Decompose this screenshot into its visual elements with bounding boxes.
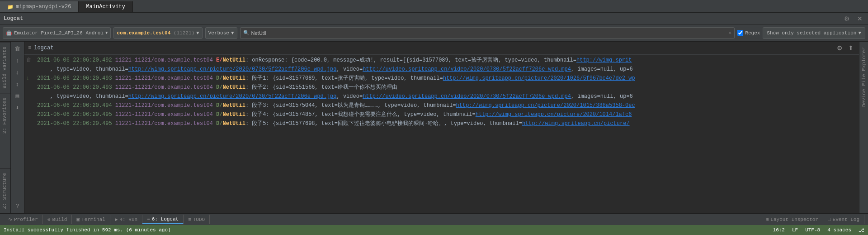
bottom-tab-event-log-label: Event Log [833, 217, 859, 222]
search-icon: 🔍 [243, 30, 250, 36]
todo-icon: ≡ [188, 217, 191, 222]
window-title: Logcat [4, 15, 23, 22]
log-msg: , type=video, thumbnail=http://wimg.spri… [37, 92, 633, 101]
log-content[interactable]: 🗑 2021-06-06 22:06:20.492 11221-11221/co… [24, 55, 859, 213]
settings-button[interactable]: ⚙ [842, 14, 852, 23]
log-tag: NetUtil [222, 101, 245, 110]
log-line: 2021-06-06 22:06:20.495 11221-11221/com.… [24, 119, 859, 128]
log-line: ↓ 2021-06-06 22:06:20.493 11221-11221/co… [24, 74, 859, 83]
log-msg: : 段子2: {sid=31551566, text=给我一个你不想买的理由 [245, 83, 397, 91]
log-level: D/ [216, 101, 222, 110]
log-level: D/ [216, 74, 222, 82]
log-line: 2021-06-06 22:06:20.495 11221-11221/com.… [24, 110, 859, 119]
log-msg: : 段子5: {sid=31577698, text=回顾下过往老婆骑小电驴接我… [245, 120, 630, 128]
tab-mainactivity[interactable]: MainActivity [79, 1, 132, 12]
process-selector[interactable]: com.example.test04 (11221) ▼ [113, 27, 202, 39]
level-chevron-icon: ▼ [231, 30, 234, 36]
clear-icon[interactable]: ✕ [728, 29, 731, 36]
android-icon: 🤖 [6, 30, 12, 36]
scroll-down-button[interactable]: ↓ [12, 67, 23, 78]
status-bar: Install successfully finished in 592 ms.… [0, 225, 868, 235]
log-msg: , type=video, thumbnail=http://wimg.spri… [37, 65, 633, 73]
charset: UTF-8 [805, 227, 820, 233]
log-timestamp: 2021-06-06 22:06:20.493 [37, 83, 115, 91]
log-tag: NetUtil [222, 74, 245, 82]
bottom-tab-event-log[interactable]: □ Event Log [823, 215, 864, 224]
log-tag: NetUtil [222, 120, 245, 128]
tab-mipmap[interactable]: 📁 mipmap-anydpi-v26 [0, 1, 79, 12]
log-level: D/ [216, 83, 222, 91]
status-message: Install successfully finished in 592 ms.… [4, 227, 171, 233]
panel-settings-button[interactable]: ⚙ [835, 43, 844, 53]
search-input[interactable] [251, 30, 727, 36]
export-button[interactable]: ⬇ [12, 102, 23, 113]
search-box: 🔍 ✕ [240, 27, 735, 39]
close-button[interactable]: ✕ [855, 14, 864, 23]
soft-wrap-button[interactable]: ↕ [12, 79, 23, 90]
log-timestamp: 2021-06-06 22:06:20.492 [37, 56, 115, 64]
toolbar: 🤖 Emulator Pixel_2_API_26 Androi ▼ com.e… [0, 24, 868, 42]
level-selector[interactable]: Verbose ▼ [205, 27, 237, 39]
logcat-menu-icon: ≡ [28, 45, 31, 51]
sidebar-item-favorites[interactable]: 2: Favorites [0, 93, 10, 138]
sidebar-item-z-structure[interactable]: Z: Structure [0, 168, 10, 213]
log-timestamp: 2021-06-06 22:06:20.495 [37, 120, 115, 128]
bottom-tab-profiler-label: Profiler [14, 217, 38, 222]
cursor-position: 16:2 [773, 227, 785, 233]
bottom-tab-run[interactable]: ▶ 4: Run [110, 215, 142, 224]
tab-bar: 📁 mipmap-anydpi-v26 MainActivity [0, 0, 868, 13]
process-chevron-icon: ▼ [196, 30, 199, 36]
indent: 4 spaces [827, 227, 851, 233]
device-selector[interactable]: 🤖 Emulator Pixel_2_API_26 Androi ▼ [3, 27, 111, 39]
bottom-tab-build-label: Build [52, 217, 67, 222]
scroll-up-button[interactable]: ↑ [12, 55, 23, 66]
build-icon: ⚒ [47, 216, 51, 222]
print-button[interactable]: ▤ [12, 91, 23, 101]
log-msg: : 段子1: {sid=31577089, text=孩子厉害哟, type=v… [245, 74, 635, 82]
log-timestamp: 2021-06-06 22:06:20.494 [37, 101, 115, 110]
log-msg: : onResponse: {code=200.0, message=成功!, … [245, 56, 632, 64]
device-file-explorer-label[interactable]: Device File Explorer [861, 47, 867, 107]
bottom-tab-todo-label: TODO [193, 217, 205, 222]
regex-checkbox[interactable] [737, 30, 743, 36]
log-tag: NetUtil [222, 110, 245, 119]
bottom-tab-terminal[interactable]: ▣ Terminal [72, 215, 110, 224]
regex-checkbox-label[interactable]: Regex [737, 30, 760, 36]
bottom-tab-layout-inspector[interactable]: ⊞ Layout Inspector [761, 215, 823, 224]
panel-export-button[interactable]: ⬆ [846, 43, 855, 53]
log-pid: 11221-11221/com.example.test04 [115, 101, 216, 110]
log-panel-header-right: ⚙ ⬆ [835, 43, 855, 53]
clear-log-button[interactable]: 🗑 [12, 43, 23, 54]
help-button[interactable]: ? [12, 201, 23, 211]
profiler-icon: ∿ [8, 216, 12, 222]
show-only-label: Show only selected application [767, 30, 856, 36]
log-header: ≡ logcat ⚙ ⬆ [24, 42, 859, 55]
log-pid: 11221-11221/com.example.test04 [115, 56, 216, 64]
device-label: Emulator Pixel_2_API_26 Androi [14, 30, 104, 36]
log-timestamp: 2021-06-06 22:06:20.495 [37, 110, 115, 119]
git-icon: ⎇ [859, 227, 864, 233]
bottom-tab-build[interactable]: ⚒ Build [43, 215, 72, 224]
bottom-tab-logcat[interactable]: ≡ 6: Logcat [142, 215, 184, 224]
process-label: com.example.test04 (11221) [117, 30, 194, 36]
log-tag: NetUtil [222, 56, 245, 64]
device-chevron-icon: ▼ [105, 31, 108, 35]
show-only-chevron-icon: ▼ [858, 30, 861, 36]
show-only-selector[interactable]: Show only selected application ▼ [763, 27, 865, 39]
sidebar-item-build-variants[interactable]: Build Variants [0, 42, 10, 93]
log-line: 🗑 2021-06-06 22:06:20.492 11221-11221/co… [24, 56, 859, 65]
log-line: , type=video, thumbnail=http://wimg.spri… [24, 65, 859, 74]
bottom-tab-todo[interactable]: ≡ TODO [184, 215, 210, 224]
line-clear-icon: 🗑 [26, 56, 35, 64]
logcat-header-label: logcat [34, 45, 53, 51]
regex-label: Regex [745, 30, 760, 36]
side-tabs-left: Build Variants 2: Favorites Z: Structure [0, 42, 11, 213]
bottom-tab-profiler[interactable]: ∿ Profiler [4, 215, 43, 224]
bottom-tab-terminal-label: Terminal [81, 217, 105, 222]
log-line: 2021-06-06 22:06:20.493 11221-11221/com.… [24, 83, 859, 92]
left-sidebar: 🗑 ↑ ↓ ↕ ▤ ⬇ ? [11, 42, 24, 213]
log-line: , type=video, thumbnail=http://wimg.spri… [24, 92, 859, 101]
event-log-icon: □ [828, 217, 831, 222]
log-msg: : 段子4: {sid=31574857, text=我想碰个瓷需要注意什么, … [245, 110, 632, 119]
run-icon: ▶ [115, 216, 118, 222]
